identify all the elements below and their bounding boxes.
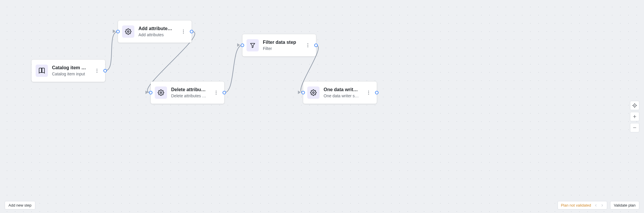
chevron-left-icon [594,204,598,207]
node-filter[interactable]: Filter data stepFilter [242,34,316,56]
validate-plan-button[interactable]: Validate plan [610,201,639,209]
svg-point-19 [313,92,314,93]
node-more-button[interactable] [304,43,312,48]
validation-status-box: Plan not validated [558,201,607,209]
node-subtitle: Delete attributes … [171,93,211,98]
add-new-step-button[interactable]: Add new step [5,201,35,209]
node-output-port[interactable] [375,91,379,94]
node-icon-box [36,65,48,77]
svg-point-9 [160,92,162,93]
node-input-port[interactable] [301,91,305,94]
svg-marker-13 [237,43,240,47]
input-arrow-icon [298,91,301,94]
node-subtitle: Filter [263,46,303,51]
node-input-port[interactable] [241,44,244,47]
node-more-button[interactable] [212,90,220,95]
node-icon-box [307,86,320,99]
gear-icon [158,89,164,96]
node-title: Filter data step [263,39,303,46]
canvas-dot-grid [0,0,644,213]
zoom-out-button[interactable] [630,123,639,132]
svg-marker-8 [145,91,148,94]
validation-status-text: Plan not validated [561,203,591,207]
node-title: Delete attribu… [171,87,211,93]
svg-point-12 [216,94,217,95]
more-vertical-icon [366,90,371,95]
minus-icon [633,126,637,130]
svg-point-24 [634,105,635,106]
node-input-indicator [113,29,116,34]
svg-point-22 [368,94,369,95]
node-output-port[interactable] [314,44,318,47]
svg-marker-18 [298,91,301,94]
chevron-right-icon [600,204,604,207]
node-output-port[interactable] [190,30,193,33]
more-vertical-icon [181,29,186,34]
svg-point-11 [216,92,217,93]
node-input-indicator [145,90,148,95]
node-icon-box [122,25,134,38]
svg-point-7 [183,33,184,34]
svg-point-0 [97,69,98,70]
node-text: Delete attribu…Delete attributes … [171,87,211,99]
svg-marker-3 [113,30,116,33]
svg-point-21 [368,92,369,93]
svg-point-17 [308,46,308,47]
node-input-port[interactable] [116,30,120,33]
svg-point-1 [97,70,98,71]
node-title: One data writ… [324,87,363,93]
svg-point-15 [308,43,308,44]
node-text: Catalog item …Catalog item input [52,65,92,77]
svg-point-16 [308,45,308,46]
status-next-button[interactable] [600,204,604,207]
node-text: One data writ…One data writer s… [324,87,363,99]
node-output-port[interactable] [103,69,107,72]
node-catalog[interactable]: Catalog item …Catalog item input [32,60,105,82]
bottom-right-toolbar: Plan not validated Validate plan [558,201,639,209]
book-icon [39,67,45,74]
node-title: Catalog item … [52,65,92,71]
bottom-left-toolbar: Add new step [5,201,35,209]
gear-icon [125,28,131,35]
node-subtitle: One data writer s… [324,93,363,98]
zoom-controls [630,101,639,132]
gear-icon [310,89,317,96]
node-more-button[interactable] [93,68,101,73]
zoom-in-button[interactable] [630,112,639,121]
node-more-button[interactable] [364,90,373,95]
svg-point-5 [183,30,184,30]
svg-point-4 [127,31,129,32]
node-add[interactable]: Add attribute…Add attributes [118,20,192,43]
node-subtitle: Add attributes [138,32,178,37]
input-arrow-icon [145,91,148,94]
node-subtitle: Catalog item input [52,71,92,77]
node-input-port[interactable] [149,91,152,94]
node-writer[interactable]: One data writ…One data writer s… [303,82,377,104]
svg-point-6 [183,31,184,32]
svg-point-10 [216,91,217,91]
node-input-indicator [237,43,240,48]
recenter-button[interactable] [630,101,639,110]
svg-marker-14 [251,43,255,48]
node-icon-box [155,86,167,99]
node-input-indicator [298,90,301,95]
more-vertical-icon [213,90,219,95]
node-text: Add attribute…Add attributes [138,26,178,38]
node-title: Add attribute… [138,26,178,32]
svg-point-2 [97,72,98,73]
svg-point-20 [368,91,369,91]
more-vertical-icon [305,43,310,48]
filter-icon [250,42,256,48]
node-output-port[interactable] [223,91,226,94]
target-icon [632,103,637,108]
plus-icon [633,115,637,119]
node-more-button[interactable] [179,29,188,34]
status-prev-button[interactable] [594,204,598,207]
node-text: Filter data stepFilter [263,39,303,51]
input-arrow-icon [237,43,240,47]
node-delete[interactable]: Delete attribu…Delete attributes … [151,82,224,104]
input-arrow-icon [113,30,116,33]
flow-canvas[interactable]: Catalog item …Catalog item inputAdd attr… [0,0,644,213]
more-vertical-icon [94,68,100,73]
node-icon-box [247,39,259,51]
